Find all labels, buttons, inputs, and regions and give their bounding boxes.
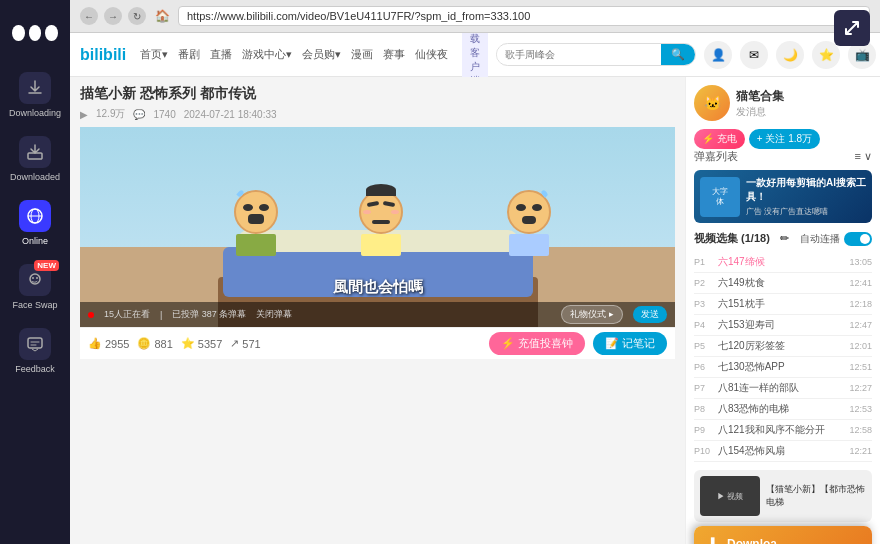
- nav-game[interactable]: 游戏中心▾: [242, 47, 292, 62]
- playlist-item-6[interactable]: P6 七130恐怖APP 12:51: [694, 357, 872, 378]
- danmu-toggle[interactable]: 关闭弹幕: [256, 308, 292, 321]
- live-dot: [88, 312, 94, 318]
- message-icon[interactable]: ✉: [740, 41, 768, 69]
- playlist-auto: 自动连播: [800, 232, 872, 246]
- nav-mall[interactable]: 会员购▾: [302, 47, 341, 62]
- bili-right-sidebar: 🐱 猫笔合集 发消息 ⚡ 充电 + 关注 1.8万 弹嘉列: [685, 77, 880, 544]
- guests-title-text: 弹嘉列表: [694, 149, 738, 164]
- playlist-item-5[interactable]: P5 七120厉彩签签 12:01: [694, 336, 872, 357]
- triple-coin-button[interactable]: ⚡ 充值投喜钟: [489, 332, 585, 355]
- night-icon[interactable]: 🌙: [776, 41, 804, 69]
- auto-play-toggle[interactable]: [844, 232, 872, 246]
- playlist-item-10[interactable]: P10 八154恐怖风扇 12:21: [694, 441, 872, 462]
- playlist-name-10: 八154恐怖风扇: [718, 444, 845, 458]
- svg-rect-6: [28, 338, 42, 348]
- playlist-index-1: P1: [694, 257, 714, 267]
- new-badge: NEW: [34, 260, 59, 271]
- gift-button[interactable]: 礼物仪式 ▸: [561, 305, 623, 324]
- refresh-button[interactable]: ↻: [128, 7, 146, 25]
- nav-anime[interactable]: 番剧: [178, 47, 200, 62]
- sidebar-faceswap-label: Face Swap: [12, 300, 57, 310]
- search-input[interactable]: [497, 46, 661, 63]
- search-button[interactable]: 🔍: [661, 44, 695, 65]
- ad-sub: 广告 没有广告直达嗯喵: [746, 206, 866, 217]
- bilibili-page: bilibili 首页▾ 番剧 直播 游戏中心▾ 会员购▾ 漫画 赛事 仙侠夜 …: [70, 33, 880, 544]
- download-popup[interactable]: ⬇ Downloa...: [694, 526, 872, 544]
- sidebar-item-online[interactable]: Online: [5, 192, 65, 254]
- nav-esport[interactable]: 赛事: [383, 47, 405, 62]
- send-danmu-button[interactable]: 📝 记笔记: [593, 332, 667, 355]
- ad-icon: 大字体: [700, 177, 740, 217]
- nav-special[interactable]: 仙侠夜: [415, 47, 448, 62]
- guests-section: 弹嘉列表 ≡ ∨: [694, 149, 872, 164]
- sidebar-downloaded-label: Downloaded: [10, 172, 60, 182]
- playlist-index-7: P7: [694, 383, 714, 393]
- recharge-button[interactable]: ⚡ 充电: [694, 129, 745, 149]
- recommended-video[interactable]: ▶ 视频 【猫笔小新】【都市恐怖电梯: [694, 470, 872, 522]
- guests-expand-icon[interactable]: ≡ ∨: [855, 150, 872, 163]
- playlist-name-1: 六147缔候: [718, 255, 845, 269]
- ad-banner[interactable]: 大字体 一款好用每剪辑的AI搜索工具！ 广告 没有广告直达嗯喵: [694, 170, 872, 223]
- browser-bar: ← → ↻ 🏠: [70, 0, 880, 33]
- playlist-item-9[interactable]: P9 八121我和风序不能分开 12:58: [694, 420, 872, 441]
- danmu-count: 1740: [153, 109, 175, 120]
- url-bar[interactable]: [178, 6, 870, 26]
- up-name: 猫笔合集: [736, 88, 784, 105]
- user-avatar-icon[interactable]: 👤: [704, 41, 732, 69]
- back-button[interactable]: ←: [80, 7, 98, 25]
- video-subtitle: 風間也会怕嗎: [333, 278, 423, 297]
- forward-button[interactable]: →: [104, 7, 122, 25]
- playlist-index-4: P4: [694, 320, 714, 330]
- playlist-item-4[interactable]: P4 六153迎寿司 12:47: [694, 315, 872, 336]
- playlist-name-6: 七130恐怖APP: [718, 360, 845, 374]
- follow-button[interactable]: + 关注 1.8万: [749, 129, 820, 149]
- send-button[interactable]: 发送: [633, 306, 667, 323]
- expand-button[interactable]: [834, 10, 870, 46]
- nav-live[interactable]: 直播: [210, 47, 232, 62]
- star-icon: ⭐: [181, 337, 195, 350]
- playlist-dur-3: 12:18: [849, 299, 872, 309]
- playlist-item-1[interactable]: P1 六147缔候 13:05: [694, 252, 872, 273]
- sidebar-item-faceswap[interactable]: NEW Face Swap: [5, 256, 65, 318]
- playlist-name-2: 六149枕食: [718, 276, 845, 290]
- view-count-sep: |: [160, 310, 162, 320]
- playlist-item-3[interactable]: P3 六151枕手 12:18: [694, 294, 872, 315]
- playlist-item-8[interactable]: P8 八83恐怖的电梯 12:53: [694, 399, 872, 420]
- star-button[interactable]: ⭐ 5357: [181, 337, 222, 350]
- home-button[interactable]: 🏠: [152, 6, 172, 26]
- nav-home[interactable]: 首页▾: [140, 47, 168, 62]
- playlist: P1 六147缔候 13:05 P2 六149枕食 12:41 P3 六151枕…: [694, 252, 872, 462]
- search-wrap: 🔍: [496, 43, 696, 66]
- bili-nav: 首页▾ 番剧 直播 游戏中心▾ 会员购▾ 漫画 赛事 仙侠夜: [140, 47, 448, 62]
- video-player[interactable]: 風間也会怕嗎 15人正在看 | 已投弹 387 条弹幕 关闭弹幕 礼物仪式 ▸ …: [80, 127, 675, 327]
- playlist-name-9: 八121我和风序不能分开: [718, 423, 845, 437]
- sidebar-item-downloaded[interactable]: Downloaded: [5, 128, 65, 190]
- downloaded-icon: [19, 136, 51, 168]
- sidebar-downloading-label: Downloading: [9, 108, 61, 118]
- playlist-dur-5: 12:01: [849, 341, 872, 351]
- playlist-index-5: P5: [694, 341, 714, 351]
- playlist-name-8: 八83恐怖的电梯: [718, 402, 845, 416]
- up-avatar: 🐱: [694, 85, 730, 121]
- logo-circle-2: [29, 25, 42, 41]
- logo-circle-1: [12, 25, 25, 41]
- playlist-edit-icon[interactable]: ✏: [780, 232, 789, 245]
- playlist-dur-7: 12:27: [849, 383, 872, 393]
- bilibili-logo: bilibili: [80, 46, 126, 64]
- play-count: 12.9万: [96, 107, 125, 121]
- sidebar-item-feedback[interactable]: Feedback: [5, 320, 65, 382]
- playlist-item-2[interactable]: P2 六149枕食 12:41: [694, 273, 872, 294]
- coin-button[interactable]: 🪙 881: [137, 337, 172, 350]
- playlist-index-9: P9: [694, 425, 714, 435]
- like-button[interactable]: 👍 2955: [88, 337, 129, 350]
- playlist-name-5: 七120厉彩签签: [718, 339, 845, 353]
- view-danmu: 已投弹 387 条弹幕: [172, 308, 246, 321]
- playlist-dur-9: 12:58: [849, 425, 872, 435]
- nav-comic[interactable]: 漫画: [351, 47, 373, 62]
- playlist-index-8: P8: [694, 404, 714, 414]
- bili-header: bilibili 首页▾ 番剧 直播 游戏中心▾ 会员购▾ 漫画 赛事 仙侠夜 …: [70, 33, 880, 77]
- share-button[interactable]: ↗ 571: [230, 337, 260, 350]
- sidebar: Downloading Downloaded Online NEW: [0, 0, 70, 544]
- sidebar-item-downloading[interactable]: Downloading: [5, 64, 65, 126]
- playlist-item-7[interactable]: P7 八81连一样的部队 12:27: [694, 378, 872, 399]
